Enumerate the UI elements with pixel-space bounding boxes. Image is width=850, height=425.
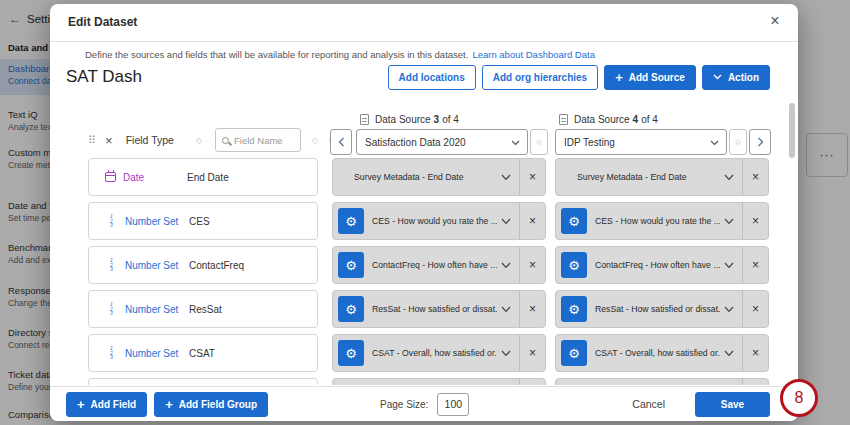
source-mapping-cell[interactable]: CES - How would you rate the ... × — [332, 202, 546, 240]
data-source-columns-header: Data Source 3 of 4 Satisfaction Data 202… — [330, 114, 771, 155]
field-card[interactable]: Number Set CES — [88, 202, 318, 240]
source-mapping-cell[interactable]: CSAT - Overall, how satisfied or... × — [332, 334, 546, 372]
next-source-button[interactable] — [749, 129, 771, 155]
source-mapping-cell[interactable]: Survey Metadata - End Date × — [555, 158, 769, 196]
table-header: ⠿ × Field Type ◇ ◇ Data Source 3 of 4 — [50, 114, 798, 158]
field-type-label: Number Set — [125, 348, 189, 359]
source-mapping-cell[interactable]: ResSat - How satisfied or dissat... × — [332, 290, 546, 328]
chevron-down-icon[interactable] — [724, 218, 734, 225]
data-source-4-select[interactable]: IDP Testing — [555, 129, 727, 155]
field-name-label: ResSat — [189, 304, 222, 315]
add-field-button[interactable]: +Add Field — [66, 392, 147, 417]
mapping-text: ContactFreq - How often have ... — [595, 260, 720, 270]
close-icon[interactable]: × — [766, 12, 784, 30]
field-row: Number Set ContactFreq ContactFreq - How… — [88, 246, 798, 284]
source-mapping-cell[interactable]: CES - How would you rate the ... × — [555, 202, 769, 240]
field-name-sort-icon[interactable]: ◇ — [312, 136, 318, 145]
remove-mapping-icon[interactable]: × — [520, 258, 545, 272]
gear-icon[interactable] — [561, 252, 587, 278]
remove-column-icon[interactable]: × — [105, 134, 113, 147]
add-field-group-button[interactable]: +Add Field Group — [154, 392, 268, 417]
number-set-icon — [105, 258, 118, 271]
gear-icon[interactable] — [561, 296, 587, 322]
chevron-down-icon[interactable] — [501, 174, 511, 181]
gear-icon[interactable] — [561, 340, 587, 366]
source-mapping-cell[interactable]: ContactFreq - How often have ... × — [555, 246, 769, 284]
vertical-scrollbar[interactable] — [789, 103, 795, 158]
remove-mapping-icon[interactable]: × — [743, 214, 768, 228]
chevron-down-icon[interactable] — [501, 218, 511, 225]
remove-mapping-icon[interactable]: × — [520, 214, 545, 228]
action-button[interactable]: Action — [702, 65, 770, 90]
remove-mapping-icon[interactable]: × — [520, 170, 545, 184]
field-type-sort-icon[interactable]: ◇ — [196, 136, 202, 145]
table-header-left: ⠿ × Field Type ◇ ◇ — [88, 128, 344, 152]
add-locations-button[interactable]: Add locations — [388, 65, 476, 90]
dataset-actions: Add locations Add org hierarchies +Add S… — [388, 65, 770, 90]
gear-icon[interactable] — [561, 208, 587, 234]
gear-icon[interactable] — [338, 340, 364, 366]
field-card[interactable]: Number Set CSAT — [88, 334, 318, 372]
source-4-sort-button[interactable] — [729, 129, 747, 155]
field-name-search-input[interactable] — [234, 135, 294, 146]
source-mapping-cell[interactable]: CSAT - Overall, how satisfied or... × — [555, 334, 769, 372]
edit-dataset-modal: Edit Dataset × Define the sources and fi… — [50, 4, 798, 421]
gear-icon[interactable] — [338, 252, 364, 278]
field-name-label: CES — [189, 216, 210, 227]
field-type-label: Number Set — [125, 260, 189, 271]
source-mapping-cell[interactable]: × — [332, 378, 546, 385]
field-row: Number Set ResSat ResSat - How satisfied… — [88, 290, 798, 328]
field-card[interactable] — [88, 378, 318, 385]
source-mapping-cell[interactable]: ContactFreq - How often have ... × — [332, 246, 546, 284]
field-type-label: Number Set — [125, 216, 189, 227]
remove-mapping-icon[interactable]: × — [520, 302, 545, 316]
chevron-down-icon[interactable] — [501, 350, 511, 357]
chevron-down-icon[interactable] — [724, 350, 734, 357]
document-icon — [559, 114, 568, 125]
chevron-down-icon[interactable] — [724, 262, 734, 269]
source-mapping-cell[interactable]: ResSat - How satisfied or dissat... × — [555, 290, 769, 328]
annotation-step-badge: 8 — [780, 379, 818, 417]
remove-mapping-icon[interactable]: × — [520, 346, 545, 360]
chevron-down-icon[interactable] — [501, 262, 511, 269]
add-source-button[interactable]: +Add Source — [604, 65, 696, 90]
data-source-column-3: Data Source 3 of 4 Satisfaction Data 202… — [356, 114, 528, 155]
chevron-down-icon[interactable] — [724, 174, 734, 181]
remove-mapping-icon[interactable]: × — [743, 170, 768, 184]
number-set-icon — [105, 302, 118, 315]
remove-mapping-icon[interactable]: × — [743, 346, 768, 360]
source-3-sort-button[interactable] — [530, 129, 548, 155]
source-mapping-cell[interactable]: Survey Metadata - End Date × — [332, 158, 546, 196]
drag-handle-icon[interactable]: ⠿ — [88, 135, 96, 146]
add-org-hierarchies-button[interactable]: Add org hierarchies — [482, 65, 598, 90]
chevron-down-icon — [710, 140, 719, 146]
gear-icon[interactable] — [338, 208, 364, 234]
dataset-title-bar: SAT Dash Add locations Add org hierarchi… — [66, 62, 770, 92]
chevron-down-icon[interactable] — [501, 306, 511, 313]
field-name-label: CSAT — [189, 348, 215, 359]
page-size-control: Page Size: — [380, 393, 469, 416]
chevron-down-icon — [511, 140, 520, 146]
save-button[interactable]: Save — [695, 392, 770, 417]
modal-description: Define the sources and fields that will … — [85, 49, 595, 60]
cancel-button[interactable]: Cancel — [632, 398, 665, 410]
mapping-text: CES - How would you rate the ... — [595, 216, 720, 226]
field-card[interactable]: Number Set ContactFreq — [88, 246, 318, 284]
field-card[interactable]: Date End Date — [88, 158, 318, 196]
remove-mapping-icon[interactable]: × — [743, 258, 768, 272]
remove-mapping-icon[interactable]: × — [743, 302, 768, 316]
field-row: × × — [88, 378, 798, 385]
chevron-down-icon[interactable] — [724, 306, 734, 313]
learn-about-dashboard-data-link[interactable]: Learn about Dashboard Data — [472, 49, 595, 60]
field-row: Number Set CES CES - How would you rate … — [88, 202, 798, 240]
field-name-search — [215, 128, 301, 152]
data-source-3-select[interactable]: Satisfaction Data 2020 — [356, 129, 528, 155]
cell-divider — [519, 379, 520, 385]
source-mapping-cell[interactable]: × — [555, 378, 769, 385]
page-size-input[interactable] — [437, 393, 469, 416]
field-name-label: End Date — [187, 172, 229, 183]
field-card[interactable]: Number Set ResSat — [88, 290, 318, 328]
gear-icon[interactable] — [338, 296, 364, 322]
modal-header: Edit Dataset × — [50, 4, 798, 42]
previous-source-button[interactable] — [330, 129, 352, 155]
